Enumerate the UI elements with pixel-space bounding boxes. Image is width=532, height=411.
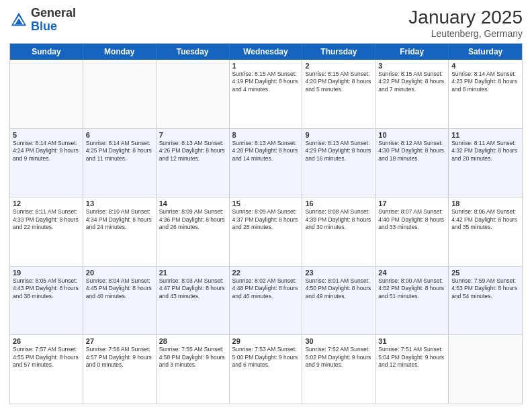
- logo-icon: [9, 11, 28, 30]
- calendar: SundayMondayTuesdayWednesdayThursdayFrid…: [9, 43, 523, 404]
- day-cell-4: 4Sunrise: 8:14 AM Sunset: 4:23 PM Daylig…: [449, 60, 522, 128]
- day-info: Sunrise: 8:14 AM Sunset: 4:25 PM Dayligh…: [86, 140, 153, 163]
- day-info: Sunrise: 8:06 AM Sunset: 4:42 PM Dayligh…: [451, 208, 519, 231]
- day-info: Sunrise: 8:10 AM Sunset: 4:34 PM Dayligh…: [86, 208, 153, 231]
- day-cell-19: 19Sunrise: 8:05 AM Sunset: 4:43 PM Dayli…: [10, 267, 83, 335]
- day-info: Sunrise: 8:03 AM Sunset: 4:47 PM Dayligh…: [159, 277, 226, 300]
- day-number: 31: [378, 337, 445, 345]
- empty-day-cell: [157, 60, 230, 128]
- logo-general-text: General: [31, 6, 76, 19]
- day-header-sunday: Sunday: [10, 44, 83, 60]
- day-headers: SundayMondayTuesdayWednesdayThursdayFrid…: [10, 44, 522, 60]
- day-cell-28: 28Sunrise: 7:55 AM Sunset: 4:58 PM Dayli…: [157, 335, 230, 404]
- day-number: 8: [232, 131, 300, 139]
- day-info: Sunrise: 8:05 AM Sunset: 4:43 PM Dayligh…: [13, 277, 80, 300]
- day-number: 7: [159, 131, 226, 139]
- day-number: 4: [451, 62, 519, 70]
- day-number: 29: [232, 337, 300, 345]
- day-number: 21: [159, 269, 226, 277]
- day-number: 12: [13, 199, 80, 208]
- day-info: Sunrise: 7:57 AM Sunset: 4:55 PM Dayligh…: [13, 346, 80, 369]
- day-info: Sunrise: 8:08 AM Sunset: 4:39 PM Dayligh…: [305, 208, 372, 231]
- day-cell-27: 27Sunrise: 7:56 AM Sunset: 4:57 PM Dayli…: [83, 335, 157, 404]
- day-info: Sunrise: 8:14 AM Sunset: 4:24 PM Dayligh…: [13, 140, 80, 163]
- day-cell-10: 10Sunrise: 8:12 AM Sunset: 4:30 PM Dayli…: [375, 129, 449, 197]
- day-info: Sunrise: 7:59 AM Sunset: 4:53 PM Dayligh…: [451, 277, 519, 300]
- day-info: Sunrise: 8:07 AM Sunset: 4:40 PM Dayligh…: [378, 208, 445, 231]
- day-cell-16: 16Sunrise: 8:08 AM Sunset: 4:39 PM Dayli…: [302, 197, 375, 266]
- day-cell-14: 14Sunrise: 8:09 AM Sunset: 4:36 PM Dayli…: [157, 197, 230, 266]
- day-number: 2: [305, 62, 372, 70]
- day-number: 22: [232, 269, 300, 277]
- day-cell-13: 13Sunrise: 8:10 AM Sunset: 4:34 PM Dayli…: [83, 197, 157, 266]
- day-header-friday: Friday: [375, 44, 449, 60]
- logo: General Blue: [9, 7, 76, 34]
- day-cell-22: 22Sunrise: 8:02 AM Sunset: 4:48 PM Dayli…: [230, 267, 303, 335]
- day-info: Sunrise: 8:00 AM Sunset: 4:52 PM Dayligh…: [378, 277, 445, 300]
- day-info: Sunrise: 8:13 AM Sunset: 4:28 PM Dayligh…: [232, 140, 300, 163]
- day-number: 24: [378, 269, 445, 277]
- day-info: Sunrise: 8:15 AM Sunset: 4:20 PM Dayligh…: [305, 71, 372, 93]
- day-number: 5: [13, 131, 80, 139]
- day-number: 13: [86, 199, 153, 208]
- day-info: Sunrise: 7:52 AM Sunset: 5:02 PM Dayligh…: [305, 346, 372, 369]
- day-cell-7: 7Sunrise: 8:13 AM Sunset: 4:26 PM Daylig…: [157, 129, 230, 197]
- page: General Blue January 2025 Leutenberg, Ge…: [0, 0, 532, 411]
- week-row-4: 19Sunrise: 8:05 AM Sunset: 4:43 PM Dayli…: [10, 266, 522, 335]
- day-cell-1: 1Sunrise: 8:15 AM Sunset: 4:19 PM Daylig…: [230, 60, 303, 128]
- week-row-5: 26Sunrise: 7:57 AM Sunset: 4:55 PM Dayli…: [10, 334, 522, 404]
- day-number: 30: [305, 337, 372, 345]
- day-cell-8: 8Sunrise: 8:13 AM Sunset: 4:28 PM Daylig…: [230, 129, 303, 197]
- empty-day-cell: [10, 60, 83, 128]
- day-info: Sunrise: 8:02 AM Sunset: 4:48 PM Dayligh…: [232, 277, 300, 300]
- day-cell-21: 21Sunrise: 8:03 AM Sunset: 4:47 PM Dayli…: [157, 267, 230, 335]
- week-row-1: 1Sunrise: 8:15 AM Sunset: 4:19 PM Daylig…: [10, 60, 522, 128]
- day-number: 16: [305, 199, 372, 208]
- day-header-wednesday: Wednesday: [230, 44, 303, 60]
- day-info: Sunrise: 8:12 AM Sunset: 4:30 PM Dayligh…: [378, 140, 445, 163]
- subtitle: Leutenberg, Germany: [408, 28, 523, 39]
- day-info: Sunrise: 7:55 AM Sunset: 4:58 PM Dayligh…: [159, 346, 226, 369]
- day-cell-20: 20Sunrise: 8:04 AM Sunset: 4:45 PM Dayli…: [83, 267, 157, 335]
- day-cell-18: 18Sunrise: 8:06 AM Sunset: 4:42 PM Dayli…: [449, 197, 522, 266]
- day-cell-6: 6Sunrise: 8:14 AM Sunset: 4:25 PM Daylig…: [83, 129, 157, 197]
- empty-day-cell: [449, 335, 522, 404]
- day-number: 26: [13, 337, 80, 345]
- day-info: Sunrise: 8:01 AM Sunset: 4:50 PM Dayligh…: [305, 277, 372, 300]
- day-number: 1: [232, 62, 300, 70]
- day-info: Sunrise: 8:15 AM Sunset: 4:19 PM Dayligh…: [232, 71, 300, 93]
- day-number: 25: [451, 269, 519, 277]
- day-cell-30: 30Sunrise: 7:52 AM Sunset: 5:02 PM Dayli…: [302, 335, 375, 404]
- day-info: Sunrise: 8:04 AM Sunset: 4:45 PM Dayligh…: [86, 277, 153, 300]
- day-number: 6: [86, 131, 153, 139]
- title-block: January 2025 Leutenberg, Germany: [408, 7, 523, 39]
- week-row-3: 12Sunrise: 8:11 AM Sunset: 4:33 PM Dayli…: [10, 197, 522, 266]
- day-number: 15: [232, 199, 300, 208]
- day-header-monday: Monday: [83, 44, 157, 60]
- day-number: 17: [378, 199, 445, 208]
- day-cell-29: 29Sunrise: 7:53 AM Sunset: 5:00 PM Dayli…: [230, 335, 303, 404]
- day-header-saturday: Saturday: [449, 44, 522, 60]
- day-info: Sunrise: 8:11 AM Sunset: 4:33 PM Dayligh…: [13, 208, 80, 231]
- week-row-2: 5Sunrise: 8:14 AM Sunset: 4:24 PM Daylig…: [10, 128, 522, 197]
- day-cell-23: 23Sunrise: 8:01 AM Sunset: 4:50 PM Dayli…: [302, 267, 375, 335]
- day-info: Sunrise: 8:13 AM Sunset: 4:26 PM Dayligh…: [159, 140, 226, 163]
- weeks: 1Sunrise: 8:15 AM Sunset: 4:19 PM Daylig…: [10, 60, 522, 404]
- day-cell-17: 17Sunrise: 8:07 AM Sunset: 4:40 PM Dayli…: [375, 197, 449, 266]
- day-info: Sunrise: 8:15 AM Sunset: 4:22 PM Dayligh…: [378, 71, 445, 93]
- day-info: Sunrise: 8:13 AM Sunset: 4:29 PM Dayligh…: [305, 140, 372, 163]
- day-cell-11: 11Sunrise: 8:11 AM Sunset: 4:32 PM Dayli…: [449, 129, 522, 197]
- day-info: Sunrise: 7:51 AM Sunset: 5:04 PM Dayligh…: [378, 346, 445, 369]
- day-info: Sunrise: 8:14 AM Sunset: 4:23 PM Dayligh…: [451, 71, 519, 93]
- day-info: Sunrise: 8:11 AM Sunset: 4:32 PM Dayligh…: [451, 140, 519, 163]
- day-number: 20: [86, 269, 153, 277]
- day-number: 3: [378, 62, 445, 70]
- day-info: Sunrise: 8:09 AM Sunset: 4:36 PM Dayligh…: [159, 208, 226, 231]
- day-number: 19: [13, 269, 80, 277]
- day-cell-25: 25Sunrise: 7:59 AM Sunset: 4:53 PM Dayli…: [449, 267, 522, 335]
- month-title: January 2025: [408, 7, 523, 28]
- day-cell-24: 24Sunrise: 8:00 AM Sunset: 4:52 PM Dayli…: [375, 267, 449, 335]
- day-number: 28: [159, 337, 226, 345]
- day-cell-15: 15Sunrise: 8:09 AM Sunset: 4:37 PM Dayli…: [230, 197, 303, 266]
- day-cell-2: 2Sunrise: 8:15 AM Sunset: 4:20 PM Daylig…: [302, 60, 375, 128]
